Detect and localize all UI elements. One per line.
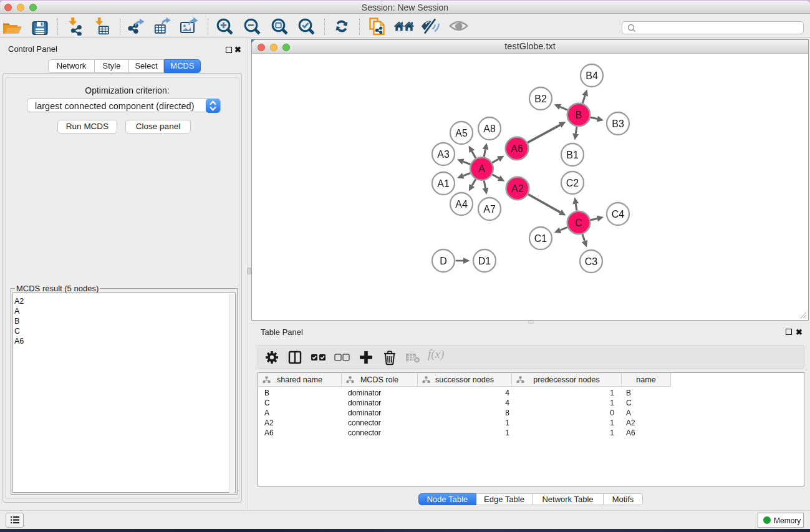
svg-text:C: C	[575, 218, 582, 228]
svg-text:A8: A8	[483, 123, 496, 134]
svg-text:B4: B4	[586, 70, 598, 81]
svg-text:A7: A7	[483, 204, 496, 215]
svg-text:A6: A6	[511, 143, 523, 154]
svg-text:C3: C3	[585, 256, 598, 267]
svg-text:A2: A2	[511, 183, 524, 194]
svg-text:A1: A1	[437, 178, 450, 189]
svg-text:A: A	[478, 163, 485, 174]
svg-text:B1: B1	[566, 150, 579, 160]
svg-text:C1: C1	[534, 233, 547, 244]
svg-text:B: B	[576, 110, 582, 120]
svg-text:A5: A5	[455, 128, 468, 138]
svg-text:D1: D1	[478, 256, 491, 266]
svg-text:B3: B3	[612, 118, 624, 129]
svg-text:B2: B2	[534, 94, 547, 104]
svg-text:C2: C2	[566, 178, 579, 188]
svg-text:C4: C4	[612, 209, 625, 220]
svg-text:A3: A3	[437, 149, 450, 160]
svg-text:A4: A4	[455, 199, 468, 210]
svg-text:D: D	[440, 256, 447, 266]
